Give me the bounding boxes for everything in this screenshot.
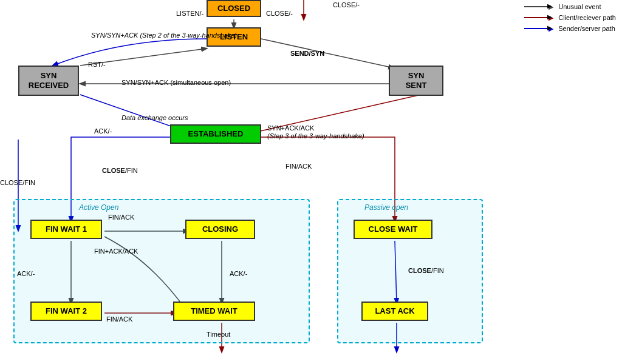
state-close-wait: CLOSE WAIT [354,220,432,239]
last-ack-label: LAST ACK [375,306,414,316]
listen-close-label: LISTEN/- [176,10,203,17]
legend-client: ▶ Client/reciever path [524,14,616,21]
closed-label: CLOSED [217,4,250,13]
data-exchange-label: Data exchange occurs [121,114,188,121]
fin-wait1-label: FIN WAIT 1 [46,224,87,234]
fin-plus-ack-label: FIN+ACK/ACK [94,248,138,255]
close-top-label: CLOSE/- [266,10,293,17]
state-established: ESTABLISHED [170,124,261,144]
established-label: ESTABLISHED [188,129,244,139]
state-fin-wait2: FIN WAIT 2 [30,302,102,321]
ack-closing-tw-label: ACK/- [230,270,247,277]
legend-client-label: Client/reciever path [558,14,616,21]
syn-received-label: SYNRECEIVED [29,71,69,90]
sim-open-label: SYN/SYN+ACK (simultaneous open) [121,79,231,86]
legend-sender-label: Sender/server path [558,25,615,32]
legend-sender: ▶ Sender/server path [524,25,616,32]
passive-open-label: Passive open [364,203,408,212]
state-fin-wait1: FIN WAIT 1 [30,220,102,239]
closing-label: CLOSING [202,224,238,234]
fin-wait2-label: FIN WAIT 2 [46,306,87,316]
fin-ack-bottom-label: FIN/ACK [106,315,132,323]
fin-ack-top-label: FIN/ACK [285,163,312,170]
active-open-label: Active Open [79,203,118,212]
close-wait-label: CLOSE WAIT [369,224,418,234]
syn-ack-ack-label: SYN+ACK/ACK [267,124,314,132]
close-fin-left-label: CLOSE/FIN [0,179,35,186]
timed-wait-label: TIMED WAIT [191,306,238,316]
send-syn-label: SEND/SYN [290,50,324,57]
fin-ack-fw1-closing-label: FIN/ACK [108,214,134,221]
syn-sent-label: SYNSENT [406,71,427,90]
state-syn-received: SYNRECEIVED [18,66,79,96]
state-closing: CLOSING [185,220,255,239]
rst-label: RST/- [88,61,106,68]
ack-fw1-fw2-label: ACK/- [17,270,35,277]
state-timed-wait: TIMED WAIT [173,302,255,321]
timeout-label: Timeout [207,331,230,338]
svg-line-3 [261,39,394,68]
legend-unusual-label: Unusual event [558,3,601,10]
close-fin-cw-label: CLOSE/FIN [408,267,444,274]
ack-established-label: ACK/- [94,127,112,135]
close-fin-top-label: CLOSE/FIN [102,167,138,174]
step2-label: SYN/SYN+ACK (Step 2 of the 3-way-handsha… [91,32,237,39]
state-closed: CLOSED [207,0,261,17]
legend-unusual: ▶ Unusual event [524,3,616,10]
state-syn-sent: SYNSENT [389,66,443,96]
tcp-state-diagram: CLOSED LISTEN SYNRECEIVED SYNSENT ESTABL… [0,0,622,364]
close-label-top: CLOSE/- [333,1,360,8]
legend: ▶ Unusual event ▶ Client/reciever path ▶… [524,3,616,36]
state-last-ack: LAST ACK [361,302,428,321]
step3-label: (Step 3 of the 3-way-handshake) [267,132,364,140]
